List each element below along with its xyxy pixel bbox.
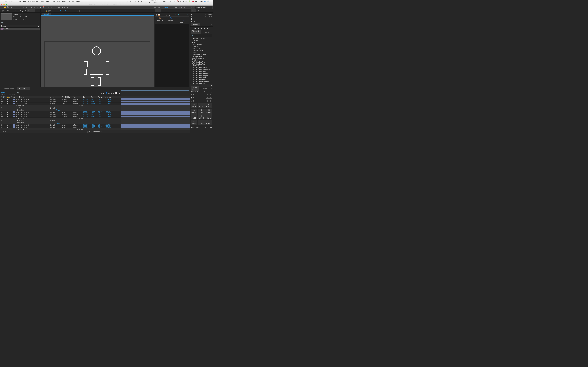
dropbox-icon[interactable]: ⬡	[135, 0, 137, 2]
effects-category[interactable]: FxFactory Pro Blur	[190, 61, 213, 63]
figure-arm-upper-left[interactable]	[84, 61, 87, 67]
selection-tool-icon[interactable]: ↖	[1, 6, 3, 9]
prev-frame-icon[interactable]: ◀|	[198, 27, 199, 30]
status-icon[interactable]: ↻	[133, 0, 134, 2]
effects-category[interactable]: 3D Channel	[190, 39, 213, 41]
zoom-window-button[interactable]	[6, 3, 7, 5]
duik-type-ungulate[interactable]: 🐴Ungulate	[156, 17, 163, 23]
motion-slider[interactable]: ●	[191, 100, 212, 102]
col-visibility-icon[interactable]: 👁	[1, 96, 2, 98]
effects-category[interactable]: Distort	[190, 51, 213, 53]
toggle-switches-modes[interactable]: Toggle Switches / Modes	[86, 131, 104, 133]
col-stretch[interactable]: Stretch	[105, 96, 113, 98]
hand-tool-icon[interactable]: ✋	[4, 6, 6, 9]
motion-name-button[interactable]: ⌨NAME	[206, 109, 212, 114]
menu-file[interactable]: File	[18, 1, 21, 2]
status-icon[interactable]: —	[146, 1, 148, 2]
layer-duration-bar[interactable]	[121, 124, 190, 126]
motion-clone-button[interactable]: ⊡CLONE	[191, 109, 197, 114]
figure-head[interactable]	[92, 47, 101, 55]
tl-shy-icon[interactable]: 👤	[105, 92, 107, 94]
duik-type-plantigrade[interactable]: • 🚶Plantigrade	[179, 17, 187, 23]
layer-row[interactable]: 👁▸4★Shape Layer 13NormalNone⊚ None000000…	[0, 111, 121, 113]
col-t[interactable]: T	[62, 96, 65, 98]
bluetooth-icon[interactable]: ᛒ	[172, 1, 173, 2]
status-icon[interactable]: ⎙	[170, 1, 171, 2]
layer-property-row[interactable]: ▾ ContentsAdd: ⊙	[0, 128, 121, 130]
type-tool-icon[interactable]: T	[25, 6, 28, 9]
graph-icon[interactable]: 〽	[210, 91, 212, 93]
input-flag[interactable]: 🇬🇧	[192, 0, 194, 2]
menu-edit[interactable]: Edit	[23, 1, 26, 2]
pen-tool-icon[interactable]: ✒	[22, 6, 25, 9]
comp-thumbnail[interactable]	[1, 13, 12, 20]
menu-view[interactable]: View	[62, 1, 66, 2]
effects-category[interactable]: * Animation Presets	[190, 37, 213, 39]
layer-duration-bar[interactable]	[121, 111, 190, 113]
layer-row[interactable]: 👁▸7★Shape Layer 12NormalNone⊚ None000000…	[0, 124, 121, 126]
panel-overflow-icon[interactable]: »	[38, 10, 40, 12]
menu-layer[interactable]: Layer	[40, 1, 44, 2]
tl-graph-icon[interactable]: 📈	[115, 92, 117, 94]
menu-animation[interactable]: Animation	[53, 1, 60, 2]
tab-effect-controls[interactable]: ▣ Effect Controls Shape Layer 9	[1, 9, 27, 12]
duik-tool-icon[interactable]: ⟐	[173, 14, 174, 16]
effects-category[interactable]: FxFactory Pro Distort	[190, 67, 213, 69]
duik-mode[interactable]: Rigging	[164, 14, 170, 16]
snapping-toggle-icon[interactable]: ⤡	[66, 6, 69, 9]
ease-button[interactable]	[208, 94, 210, 95]
snapping-label[interactable]: Snapping	[58, 6, 65, 8]
comp-name-dropdown[interactable]: Comp 1 ▾	[13, 13, 27, 16]
effects-category[interactable]: FxFactory Pro Tiling	[190, 79, 213, 81]
motion-orbit-button[interactable]: ◉ORBIT	[198, 114, 205, 119]
panel-overflow-icon[interactable]: ×	[41, 10, 42, 12]
app-name[interactable]: After Effects CC	[3, 1, 16, 2]
axis-tool-icon[interactable]: ⤩	[53, 6, 56, 9]
layer-row[interactable]: 👁▸8★Shape Layer 5NormalNone⊚ None0000000…	[0, 126, 121, 128]
panel-overflow-icon[interactable]: »	[210, 31, 212, 33]
notification-center-icon[interactable]: ≡	[211, 1, 212, 2]
user-icon[interactable]: 👤	[204, 0, 206, 2]
menu-composition[interactable]: Composition	[28, 1, 38, 2]
motion-spin-button[interactable]: ↻SPIN	[198, 120, 205, 125]
timeline-search-input[interactable]: 🔍	[17, 92, 19, 94]
workspace-settings-icon[interactable]: ⊡	[189, 6, 192, 8]
motion-null-button[interactable]: ○NULL	[191, 114, 197, 119]
clone-stamp-tool-icon[interactable]: ⟐	[33, 6, 36, 9]
duik-help-icon[interactable]: ?	[187, 14, 188, 16]
rotation-tool-icon[interactable]: ↻	[10, 6, 13, 9]
project-item-comp[interactable]: Comp 1	[0, 27, 40, 30]
snapping-option-icon[interactable]: ⊡	[69, 6, 71, 9]
ease-button[interactable]	[206, 100, 208, 102]
col-duration[interactable]: Duration	[98, 96, 105, 98]
motion-blend-button[interactable]: ◇BLEND	[198, 103, 205, 108]
motion-rope-button[interactable]: 〰ROPE	[206, 114, 212, 119]
tl-toggle-icon[interactable]: ◐	[108, 92, 110, 94]
zoom-tool-icon[interactable]: 🔍	[7, 6, 9, 9]
effects-category[interactable]: FxFactory Pro Glow	[190, 71, 213, 73]
tab-preview[interactable]: Preview	[191, 23, 200, 26]
effects-category[interactable]: FxFactory Pro Color Correction	[190, 63, 213, 67]
effects-category[interactable]: FxFactory Pro Stylize	[190, 77, 213, 79]
tab-audio[interactable]: Audio	[197, 9, 204, 12]
motion-stare-button[interactable]: 👁STARE	[206, 120, 212, 125]
panel-menu-icon[interactable]: ≡	[201, 31, 203, 33]
col-audio-icon[interactable]: 🔊	[3, 96, 5, 98]
duik-nav-icon[interactable]: 📋	[158, 14, 160, 16]
effects-category[interactable]: Frischluft	[190, 59, 213, 61]
ease-button[interactable]	[210, 100, 212, 102]
tab-wiggler[interactable]: Wiggler	[201, 87, 210, 90]
tl-toggle-icon[interactable]: ⊡	[118, 92, 120, 94]
tab-render-queue[interactable]: Render Queue	[1, 87, 16, 90]
col-mode[interactable]: Mode	[50, 96, 62, 98]
tl-footer-toggle-icon[interactable]: ⊡ ⊞ {}	[1, 131, 6, 133]
motion-slider[interactable]: ◐	[191, 96, 212, 100]
next-frame-icon[interactable]: |▶	[204, 27, 205, 30]
col-in[interactable]: In	[83, 96, 91, 98]
col-source-name[interactable]: Source Name	[13, 96, 50, 98]
status-icon[interactable]: ⊕	[138, 0, 139, 2]
tab-libraries[interactable]: Libra	[203, 31, 210, 33]
figure-leg-upper-left[interactable]	[91, 77, 94, 86]
ease-button[interactable]	[206, 94, 208, 95]
layer-property-row[interactable]: 👁▸ ShoulderNormal	[0, 120, 121, 122]
